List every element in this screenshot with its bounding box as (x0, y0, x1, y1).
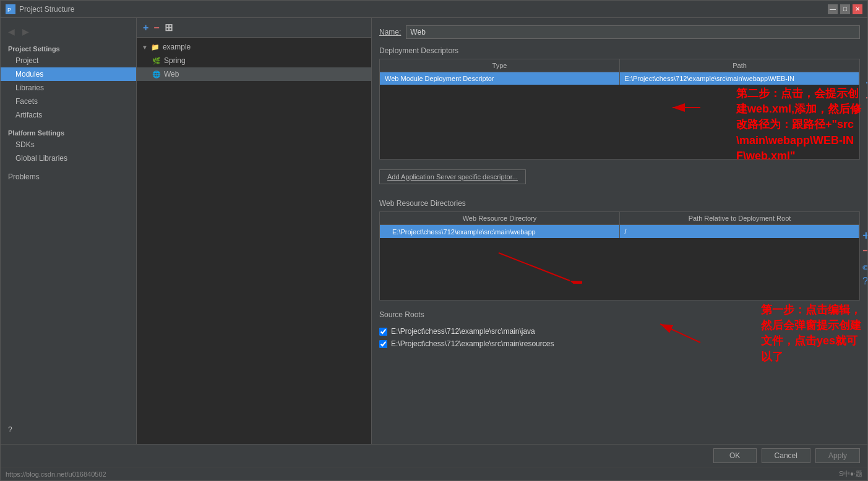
path-header: Path (620, 59, 859, 72)
minimize-button[interactable]: — (828, 4, 838, 14)
wr-add-button[interactable]: + (862, 229, 867, 242)
source-root-java-checkbox[interactable] (379, 328, 387, 336)
tree-remove-button[interactable]: − (152, 21, 160, 35)
close-button[interactable]: ✕ (853, 4, 862, 14)
sidebar: ◀ ▶ Project Settings Project Modules Lib… (1, 18, 137, 444)
deployment-descriptors-title: Deployment Descriptors (379, 46, 860, 55)
sidebar-item-libraries[interactable]: Libraries (1, 81, 136, 95)
sidebar-item-artifacts[interactable]: Artifacts (1, 108, 136, 122)
module-tree-panel: + − ⊞ ▼ 📁 example 🌿 Spring 🌐 Web (137, 18, 372, 444)
name-input[interactable] (406, 25, 860, 39)
platform-settings-header: Platform Settings (1, 127, 136, 138)
name-label: Name: (379, 28, 401, 36)
wr-dir-header: Web Resource Directory (380, 212, 620, 224)
ok-button[interactable]: OK (713, 448, 757, 463)
dd-section: Type Path Web Module Deployment Descript… (379, 59, 860, 164)
source-roots-title: Source Roots (379, 310, 860, 319)
dialog-buttons: OK Cancel Apply (1, 444, 867, 467)
wr-empty-area (380, 238, 859, 300)
wr-table-container: Web Resource Directory Path Relative to … (379, 211, 860, 300)
wr-edit-button[interactable]: ✏ (862, 262, 867, 274)
window-title: Project Structure (19, 5, 828, 14)
main-panel: Name: Deployment Descriptors Type Path W… (372, 18, 867, 357)
dd-table-row[interactable]: Web Module Deployment Descriptor E:\Proj… (380, 72, 859, 85)
cancel-button[interactable]: Cancel (762, 448, 810, 463)
tree-item-web[interactable]: 🌐 Web (137, 67, 371, 81)
status-indicator: S中♦·题 (839, 469, 862, 479)
apply-button[interactable]: Apply (815, 448, 860, 463)
window-controls: — □ ✕ (828, 4, 862, 14)
source-root-resources: E:\Project\chess\712\example\src\main\re… (379, 338, 860, 350)
sidebar-item-modules[interactable]: Modules (1, 67, 136, 81)
svg-text:P: P (7, 7, 11, 13)
source-root-resources-checkbox[interactable] (379, 340, 387, 348)
sidebar-item-facets[interactable]: Facets (1, 95, 136, 108)
wr-table-row[interactable]: ▶ E:\Project\chess\712\example\src\main\… (380, 225, 859, 238)
wr-side-buttons: + − ✏ ? (862, 229, 867, 286)
dd-type-cell: Web Module Deployment Descriptor (380, 72, 620, 85)
help-button[interactable]: ? (1, 420, 136, 439)
spring-icon: 🌿 (152, 56, 161, 66)
main-content: ◀ ▶ Project Settings Project Modules Lib… (1, 18, 867, 444)
add-descriptor-wrapper: Add Application Server specific descript… (379, 169, 860, 192)
title-bar: P Project Structure — □ ✕ (1, 1, 867, 18)
dd-empty-area (380, 85, 859, 159)
nav-buttons: ◀ ▶ (1, 23, 136, 43)
dd-remove-button[interactable]: − (866, 92, 867, 104)
expand-arrow-icon: ▼ (142, 44, 148, 51)
source-roots-section: E:\Project\chess\712\example\src\main\ja… (379, 325, 860, 350)
status-url: https://blog.csdn.net/u016840502 (6, 470, 839, 478)
bottom-section: OK Cancel Apply https://blog.csdn.net/u0… (1, 444, 867, 480)
add-descriptor-button[interactable]: Add Application Server specific descript… (379, 169, 526, 184)
web-resource-title: Web Resource Directories (379, 199, 860, 208)
wr-help-button[interactable]: ? (862, 276, 867, 286)
tree-copy-button[interactable]: ⊞ (163, 20, 174, 35)
source-root-java: E:\Project\chess\712\example\src\main\ja… (379, 325, 860, 338)
tree-item-spring[interactable]: 🌿 Spring (137, 54, 371, 67)
wr-section: Web Resource Directory Path Relative to … (379, 211, 860, 305)
dd-path-cell: E:\Project\chess\712\example\src\main\we… (620, 72, 860, 85)
wr-dir-icon: ▶ (385, 228, 390, 236)
dd-table-header: Type Path (380, 59, 859, 72)
tree-item-example[interactable]: ▼ 📁 example (137, 40, 371, 54)
sidebar-item-project[interactable]: Project (1, 54, 136, 67)
project-settings-header: Project Settings (1, 43, 136, 54)
folder-icon: 📁 (150, 42, 160, 52)
deployment-table-container: Type Path Web Module Deployment Descript… (379, 59, 860, 160)
status-bar: https://blog.csdn.net/u016840502 S中♦·题 (1, 467, 867, 480)
web-icon: 🌐 (152, 69, 161, 79)
status-right: S中♦·题 (839, 469, 862, 479)
tree-content: ▼ 📁 example 🌿 Spring 🌐 Web (137, 38, 371, 444)
name-row: Name: (379, 25, 860, 39)
sidebar-item-global-libraries[interactable]: Global Libraries (1, 151, 136, 165)
tree-toolbar: + − ⊞ (137, 18, 371, 38)
project-structure-window: P Project Structure — □ ✕ ◀ ▶ Project Se… (0, 0, 868, 481)
maximize-button[interactable]: □ (840, 4, 850, 14)
wr-path-header: Path Relative to Deployment Root (620, 212, 859, 224)
wr-relative-cell: / (620, 225, 860, 238)
wr-dir-cell: ▶ E:\Project\chess\712\example\src\main\… (380, 225, 620, 238)
tree-add-button[interactable]: + (142, 21, 150, 35)
type-header: Type (380, 59, 620, 72)
window-icon: P (6, 4, 15, 14)
sidebar-item-problems[interactable]: Problems (1, 170, 136, 184)
dd-side-buttons: + − (866, 77, 867, 104)
dd-add-button[interactable]: + (866, 77, 867, 89)
forward-button[interactable]: ▶ (20, 25, 32, 38)
back-button[interactable]: ◀ (6, 25, 17, 38)
wr-remove-button[interactable]: − (862, 244, 867, 257)
sidebar-item-sdks[interactable]: SDKs (1, 138, 136, 151)
wr-table-header: Web Resource Directory Path Relative to … (380, 212, 859, 225)
relative-container: Name: Deployment Descriptors Type Path W… (372, 18, 867, 444)
